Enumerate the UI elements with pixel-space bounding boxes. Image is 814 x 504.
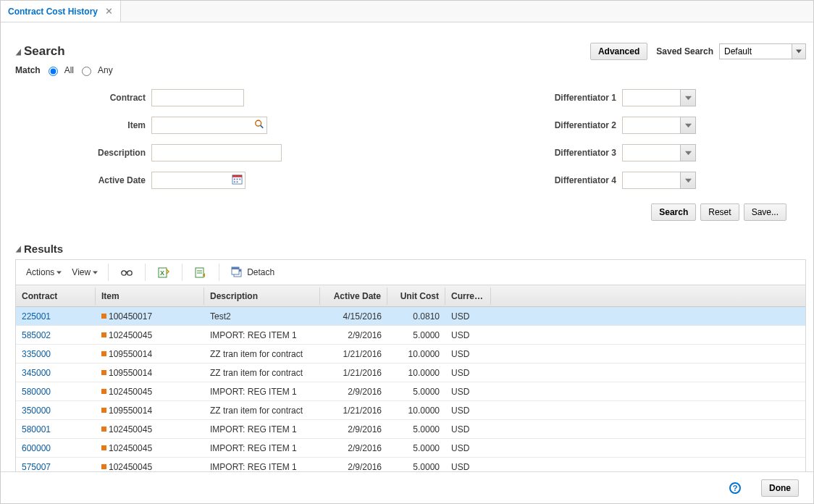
wrap-icon[interactable] (188, 262, 213, 282)
table-row[interactable]: 225001100450017Test24/15/20160.0810USD (16, 307, 805, 326)
save-button[interactable]: Save... (744, 203, 786, 221)
item-number: 100450017 (109, 311, 152, 322)
cell-currency: USD (445, 383, 491, 400)
diff1-dropdown-icon[interactable] (680, 89, 696, 106)
table-row[interactable]: 580001102450045IMPORT: REG ITEM 12/9/201… (16, 420, 805, 439)
cell-description: ZZ tran item for contract (204, 364, 320, 382)
help-icon[interactable]: ? (729, 482, 741, 494)
collapse-icon[interactable]: ◢ (16, 47, 20, 56)
cell-unit-cost: 5.0000 (387, 440, 445, 457)
table-row[interactable]: 335000109550014ZZ tran item for contract… (16, 345, 805, 364)
saved-search-select[interactable] (719, 43, 806, 59)
saved-search-dropdown-icon[interactable] (792, 43, 806, 59)
item-input[interactable] (151, 117, 267, 134)
diff4-select[interactable] (622, 172, 696, 189)
view-menu[interactable]: View (67, 264, 102, 280)
item-search-icon[interactable] (254, 119, 264, 132)
match-any-label: Any (98, 65, 113, 75)
calendar-icon[interactable] (232, 174, 243, 187)
svg-rect-6 (239, 179, 240, 180)
diff4-dropdown-icon[interactable] (680, 172, 696, 189)
search-section-title[interactable]: ◢ Search (15, 44, 65, 59)
cell-currency: USD (445, 364, 491, 382)
contract-link[interactable]: 575007 (22, 462, 51, 472)
actions-menu[interactable]: Actions (22, 264, 66, 280)
match-all-radio[interactable] (49, 67, 58, 76)
contract-link[interactable]: 335000 (22, 349, 51, 359)
svg-line-1 (261, 125, 264, 128)
advanced-button[interactable]: Advanced (590, 43, 647, 60)
description-input[interactable] (151, 144, 282, 161)
tab-close-icon[interactable]: ✕ (105, 6, 113, 17)
description-label: Description (15, 148, 146, 158)
actions-label: Actions (26, 267, 54, 277)
cell-currency: USD (445, 421, 491, 438)
col-header-currency[interactable]: Currency (445, 287, 491, 305)
col-header-contract[interactable]: Contract (16, 287, 96, 305)
cell-unit-cost: 5.0000 (387, 383, 445, 400)
done-button[interactable]: Done (761, 479, 799, 497)
cell-currency: USD (445, 345, 491, 363)
saved-search-input[interactable] (719, 43, 792, 59)
item-label: Item (15, 120, 146, 130)
diff4-input[interactable] (622, 172, 680, 189)
contract-link[interactable]: 350000 (22, 406, 51, 416)
search-button[interactable]: Search (651, 203, 696, 221)
item-status-icon (101, 389, 106, 394)
item-status-icon (101, 351, 106, 356)
diff3-select[interactable] (622, 144, 696, 161)
contract-link[interactable]: 225001 (22, 311, 51, 322)
table-row[interactable]: 600000102450045IMPORT: REG ITEM 12/9/201… (16, 439, 805, 458)
cell-active-date: 4/15/2016 (320, 308, 387, 325)
tab-contract-cost-history[interactable]: Contract Cost History ✕ (1, 1, 121, 22)
cell-description: IMPORT: REG ITEM 1 (204, 458, 320, 472)
contract-link[interactable]: 600000 (22, 443, 51, 453)
cell-unit-cost: 5.0000 (387, 421, 445, 438)
diff1-input[interactable] (622, 89, 680, 106)
cell-currency: USD (445, 327, 491, 344)
table-row[interactable]: 350000109550014ZZ tran item for contract… (16, 401, 805, 420)
footer-bar: ? Done (1, 471, 813, 503)
cell-unit-cost: 10.0000 (387, 345, 445, 363)
diff3-input[interactable] (622, 144, 680, 161)
col-header-active-date[interactable]: Active Date (320, 287, 387, 305)
results-title-text: Results (24, 243, 63, 255)
cell-currency: USD (445, 308, 491, 325)
item-status-icon (101, 464, 106, 469)
table-row[interactable]: 580000102450045IMPORT: REG ITEM 12/9/201… (16, 382, 805, 401)
contract-link[interactable]: 580001 (22, 424, 51, 434)
search-title-text: Search (24, 44, 65, 59)
contract-link[interactable]: 345000 (22, 368, 51, 378)
results-section-title[interactable]: ◢ Results (15, 243, 806, 255)
contract-input[interactable] (151, 89, 244, 106)
svg-rect-19 (232, 267, 239, 269)
svg-rect-8 (237, 181, 238, 182)
table-row[interactable]: 575007102450045IMPORT: REG ITEM 12/9/201… (16, 458, 805, 471)
col-header-item[interactable]: Item (96, 287, 204, 305)
cell-unit-cost: 5.0000 (387, 458, 445, 472)
glasses-icon[interactable] (114, 262, 139, 282)
contract-link[interactable]: 580000 (22, 387, 51, 397)
col-header-description[interactable]: Description (204, 287, 320, 305)
diff2-dropdown-icon[interactable] (680, 117, 696, 134)
diff2-select[interactable] (622, 117, 696, 134)
reset-button[interactable]: Reset (700, 203, 739, 221)
export-excel-icon[interactable]: X (151, 262, 176, 282)
table-row[interactable]: 585002102450045IMPORT: REG ITEM 12/9/201… (16, 326, 805, 345)
diff2-input[interactable] (622, 117, 680, 134)
cell-active-date: 1/21/2016 (320, 364, 387, 382)
contract-link[interactable]: 585002 (22, 330, 51, 340)
item-number: 109550014 (109, 349, 152, 359)
table-row[interactable]: 345000109550014ZZ tran item for contract… (16, 364, 805, 382)
main-content[interactable]: ◢ Search Advanced Saved Search Match All (1, 22, 813, 471)
match-any-radio[interactable] (82, 67, 91, 76)
svg-rect-3 (232, 175, 242, 177)
col-header-unit-cost[interactable]: Unit Cost (387, 287, 445, 305)
cell-currency: USD (445, 402, 491, 419)
collapse-icon[interactable]: ◢ (16, 244, 20, 253)
detach-button[interactable]: Detach (225, 264, 280, 281)
diff3-dropdown-icon[interactable] (680, 144, 696, 161)
diff1-select[interactable] (622, 89, 696, 106)
cell-active-date: 2/9/2016 (320, 383, 387, 400)
item-number: 102450045 (109, 424, 152, 434)
